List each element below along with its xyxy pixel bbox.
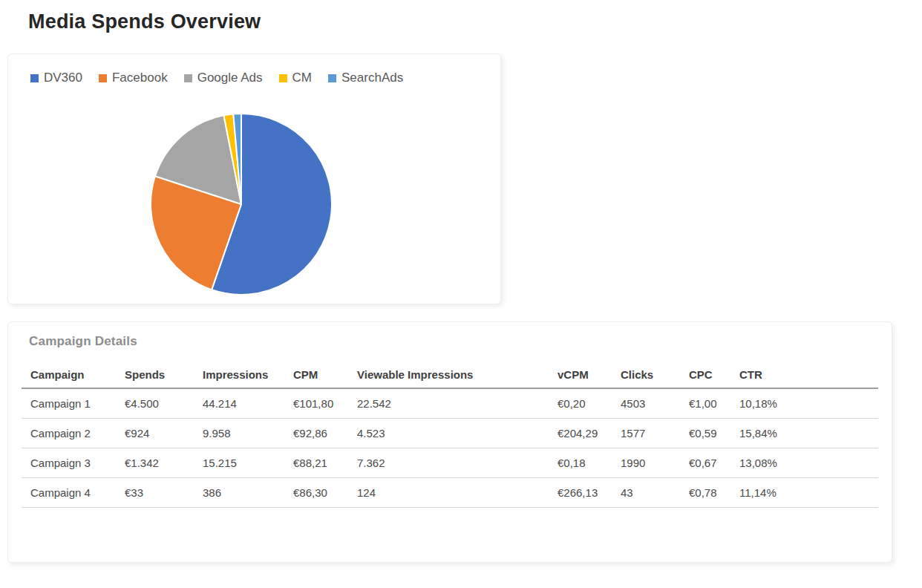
campaign-details-card: Campaign Details CampaignSpendsImpressio… <box>7 321 892 563</box>
legend-item-searchads[interactable]: SearchAds <box>328 71 403 85</box>
table-cell: €1,00 <box>680 388 730 419</box>
table-cell: €4.500 <box>116 388 194 419</box>
table-cell: Campaign 2 <box>22 419 116 448</box>
column-header-viewable-impressions: Viewable Impressions <box>348 362 549 388</box>
table-cell: 11,14% <box>730 478 878 508</box>
table-row: Campaign 3€1.34215.215€88,217.362€0,1819… <box>22 448 878 478</box>
legend-label: DV360 <box>44 71 82 85</box>
table-cell: €0,20 <box>549 388 612 419</box>
table-cell: 44.214 <box>194 388 284 419</box>
table-cell: 1990 <box>612 448 680 478</box>
legend-label: SearchAds <box>341 71 403 85</box>
legend-swatch-icon <box>184 74 192 82</box>
table-cell: €0,18 <box>549 448 612 478</box>
column-header-impressions: Impressions <box>194 362 284 388</box>
column-header-cpc: CPC <box>680 362 730 388</box>
dashboard-page: Media Spends Overview DV360FacebookGoogl… <box>0 0 922 588</box>
table-cell: 43 <box>612 478 680 508</box>
table-cell: 4503 <box>612 388 680 419</box>
legend-item-facebook[interactable]: Facebook <box>99 71 168 85</box>
table-cell: Campaign 1 <box>22 388 116 419</box>
table-cell: €0,67 <box>680 448 730 478</box>
table-cell: 22.542 <box>348 388 549 419</box>
column-header-spends: Spends <box>116 362 194 388</box>
legend-label: Google Ads <box>197 71 263 85</box>
table-cell: €86,30 <box>284 478 348 508</box>
table-cell: 1577 <box>612 419 680 448</box>
legend-swatch-icon <box>279 74 287 82</box>
column-header-campaign: Campaign <box>22 362 116 388</box>
column-header-cpm: CPM <box>284 362 348 388</box>
table-cell: €33 <box>116 478 194 508</box>
column-header-ctr: CTR <box>730 362 878 388</box>
table-cell: 386 <box>194 478 284 508</box>
table-cell: €0,59 <box>680 419 730 448</box>
legend-swatch-icon <box>30 74 39 82</box>
section-title: Campaign Details <box>29 334 137 349</box>
table-cell: 7.362 <box>348 448 549 478</box>
table-cell: 124 <box>348 478 549 508</box>
campaign-details-table: CampaignSpendsImpressionsCPMViewable Imp… <box>22 362 878 508</box>
media-spends-pie-chart[interactable] <box>148 109 335 299</box>
table-row: Campaign 4€33386€86,30124€266,1343€0,781… <box>22 478 878 508</box>
legend-swatch-icon <box>328 74 336 82</box>
table-row: Campaign 1€4.50044.214€101,8022.542€0,20… <box>22 388 878 419</box>
table-cell: 15,84% <box>730 419 878 448</box>
legend-label: Facebook <box>112 71 168 85</box>
table-cell: €1.342 <box>116 448 194 478</box>
column-header-clicks: Clicks <box>612 362 680 388</box>
table-cell: 9.958 <box>194 419 284 448</box>
column-header-vcpm: vCPM <box>549 362 612 388</box>
legend-swatch-icon <box>99 74 107 82</box>
pie-chart-card: DV360FacebookGoogle AdsCMSearchAds <box>7 53 501 304</box>
table-cell: 13,08% <box>730 448 878 478</box>
legend-label: CM <box>292 71 312 85</box>
chart-legend: DV360FacebookGoogle AdsCMSearchAds <box>30 71 403 85</box>
legend-item-cm[interactable]: CM <box>279 71 312 85</box>
table-cell: €924 <box>116 419 194 448</box>
table-cell: €88,21 <box>284 448 348 478</box>
table-cell: €266,13 <box>549 478 612 508</box>
legend-item-google-ads[interactable]: Google Ads <box>184 71 263 85</box>
table-header-row: CampaignSpendsImpressionsCPMViewable Imp… <box>22 362 878 388</box>
table-row: Campaign 2€9249.958€92,864.523€204,29157… <box>22 419 878 448</box>
legend-item-dv360[interactable]: DV360 <box>30 71 82 85</box>
table-cell: Campaign 4 <box>22 478 116 508</box>
table-cell: €101,80 <box>284 388 348 419</box>
table-body: Campaign 1€4.50044.214€101,8022.542€0,20… <box>22 388 878 508</box>
table-cell: €204,29 <box>549 419 612 448</box>
table-cell: 10,18% <box>730 388 878 419</box>
table-cell: €0,78 <box>680 478 730 508</box>
table-cell: 4.523 <box>348 419 549 448</box>
table-cell: €92,86 <box>284 419 348 448</box>
table-cell: 15.215 <box>194 448 284 478</box>
table-cell: Campaign 3 <box>22 448 116 478</box>
page-title: Media Spends Overview <box>28 10 261 33</box>
